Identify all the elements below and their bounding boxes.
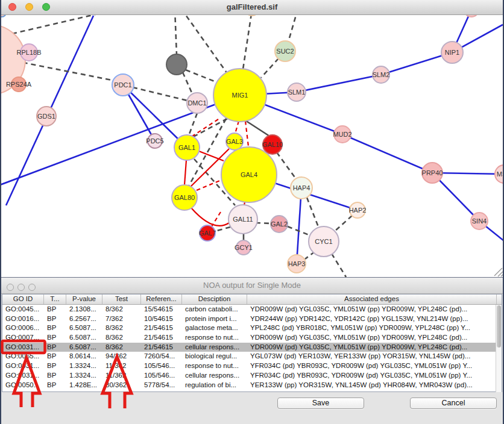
table-cell: cellular respons... [182, 343, 247, 352]
graph-edge [245, 120, 269, 136]
table-cell: 1.3324... [66, 361, 102, 371]
node-partial-left-blue[interactable] [1, 15, 6, 17]
table-cell: 7/362 [102, 314, 141, 324]
node-label: GAL11 [233, 216, 253, 223]
column-header-referen[interactable]: Referen... [141, 295, 182, 304]
node-label: PDC1 [114, 81, 131, 89]
graph-edge [243, 15, 251, 69]
column-header-desciption[interactable]: Desciption [182, 295, 247, 304]
node-label: SUC2 [276, 48, 294, 55]
graph-edge [184, 160, 186, 185]
graph-edge [175, 15, 177, 55]
column-header-go-id[interactable]: GO ID [2, 295, 44, 304]
cancel-button[interactable]: Cancel [410, 398, 497, 409]
table-cell: cellular respons... [182, 371, 247, 381]
table-cell: 80/362 [102, 381, 141, 390]
node-partial-green-top[interactable] [245, 15, 259, 16]
column-header-test[interactable]: Test [102, 295, 141, 304]
table-cell: 105/546... [141, 361, 182, 371]
table-row[interactable]: GO:0016...BP6.2567...7/36210/54615protei… [2, 314, 502, 324]
node-partial-pink-top[interactable] [464, 15, 479, 17]
node-label: SLM2 [373, 71, 390, 78]
table-row[interactable]: GO:0065...BP8.0614...94/3627260/54...bio… [2, 352, 502, 361]
table-cell: BP [44, 305, 66, 314]
graph-edge [197, 179, 222, 190]
table-cell: 8.0614... [66, 352, 102, 361]
table-cell: 11/362 [102, 371, 141, 381]
table-cell: response to nut... [182, 333, 247, 343]
table-cell: 8/362 [102, 323, 141, 333]
table-cell: GO:0065... [2, 352, 44, 361]
table-body: GO:0045...BP2.1308...8/36215/54615carbon… [2, 305, 502, 392]
node-label: CYC1 [315, 238, 332, 245]
graph-edge [186, 70, 216, 82]
table-cell: 11/362 [102, 361, 141, 371]
network-canvas[interactable]: RPL18BRPS24AGDS1PDC1MIG1SUC2DMC1SLM1SLM2… [1, 15, 503, 277]
table-cell: BP [44, 381, 66, 390]
table-cell: regulation of bi... [182, 381, 247, 390]
network-window: galFiltered.sif RPL18BRPS24AGDS1PDC1MIG1… [1, 0, 503, 278]
table-cell: 10/54615 [141, 314, 182, 324]
table-row[interactable]: GO:0007...BP6.5087...8/36221/54615respon… [2, 333, 502, 343]
table-row[interactable]: GO:0031...BP6.5087...8/36221/54615cellul… [2, 343, 502, 352]
node-label: GAL80 [174, 194, 195, 201]
node-label: GAL10 [262, 141, 283, 148]
table-cell: 105/546... [141, 371, 182, 381]
node-label: GCY1 [235, 244, 253, 251]
table-cell: 1.428E... [66, 381, 102, 390]
table-cell: GO:0050... [2, 381, 44, 390]
table-cell: 6.5087... [66, 323, 102, 333]
node-unlabeled-gray[interactable] [166, 54, 187, 75]
table-cell: YER133W (pp) YOR315W, YNL145W (pd) YHR08… [247, 381, 497, 390]
table-cell: GO:0031... [2, 371, 44, 381]
table-cell: response to nut... [182, 361, 247, 371]
table-cell: GO:0006... [2, 323, 44, 333]
table-cell: 6.2567... [66, 314, 102, 324]
resize-grip-icon[interactable] [494, 268, 503, 276]
node-label: GAL4 [241, 171, 257, 178]
table-cell: YPL248C (pd) YBR018C, YML051W (pp) YDR00… [247, 323, 497, 333]
column-header-associated-edges[interactable]: Associated edges [247, 295, 497, 304]
node-label: PDC5 [146, 137, 163, 145]
scrollbar-thumb[interactable] [497, 305, 501, 348]
graph-edge [235, 121, 239, 134]
node-label: GAL3 [226, 138, 243, 145]
table-row[interactable]: GO:0006...BP6.5087...8/36221/54615galact… [2, 323, 502, 333]
graph-edge [334, 216, 352, 232]
column-header-t[interactable]: T... [44, 295, 66, 304]
results-table: GO IDT...P-valueTestReferen...Desciption… [2, 294, 502, 392]
node-label: MIG1 [232, 92, 248, 99]
table-cell: 21/54615 [141, 323, 182, 333]
table-cell: 6.5087... [66, 333, 102, 343]
table-cell: GO:0045... [2, 305, 44, 314]
node-label: RPL18B [17, 49, 42, 56]
table-row[interactable]: GO:0031...BP1.3324...11/362105/546...res… [2, 361, 502, 371]
vertical-scrollbar[interactable] [496, 305, 502, 392]
table-cell: BP [44, 314, 66, 324]
table-cell: 8/362 [102, 333, 141, 343]
table-row[interactable]: GO:0050...BP1.428E...80/3625778/54...reg… [2, 381, 502, 390]
table-row[interactable]: GO:0031...BP1.3324...11/362105/546...cel… [2, 371, 502, 381]
graph-edge [215, 227, 230, 231]
column-header-p-value[interactable]: P-value [66, 295, 102, 304]
network-window-titlebar[interactable]: galFiltered.sif [1, 0, 503, 15]
table-cell: 94/362 [102, 352, 141, 361]
table-cell: BP [44, 361, 66, 371]
graph-edge [181, 15, 227, 73]
noa-window-titlebar[interactable]: NOA output for Single Mode [1, 278, 503, 294]
graph-edge [192, 119, 218, 136]
table-cell: galactose meta... [182, 323, 247, 333]
table-cell: YFR034C (pd) YBR093C, YDR009W (pd) YGL03… [247, 361, 497, 371]
network-window-title: galFiltered.sif [1, 2, 503, 11]
node-label: GAL7 [199, 229, 216, 237]
node-label: RPS24A [6, 81, 32, 88]
table-cell: 2.1308... [66, 305, 102, 314]
graph-edge [12, 15, 124, 34]
save-button[interactable]: Save [277, 398, 364, 409]
table-cell: GO:0031... [2, 343, 44, 352]
table-cell: biological regul... [182, 352, 247, 361]
table-cell: GO:0016... [2, 314, 44, 324]
node-label: MUD2 [333, 131, 351, 138]
graph-edge [192, 119, 227, 137]
table-row[interactable]: GO:0045...BP2.1308...8/36215/54615carbon… [2, 305, 502, 314]
